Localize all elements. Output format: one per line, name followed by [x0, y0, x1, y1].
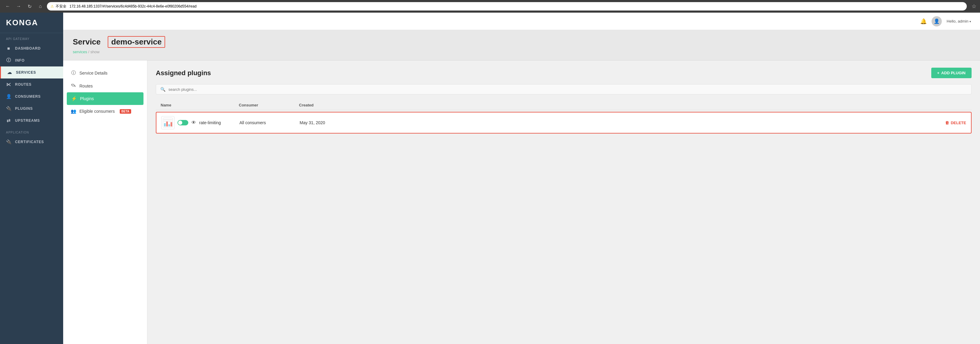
page-title-section: Service demo-service services / show — [63, 30, 980, 60]
left-nav-panel: ⓘ Service Details Routes ⚡ Plugins — [63, 60, 147, 344]
svg-rect-4 — [170, 122, 172, 126]
plugin-row: 👁 rate-limiting All consumers May 31, 20… — [156, 112, 972, 133]
security-icon: ⚠ — [51, 4, 54, 8]
plugins-header: Assigned plugins + ADD PLUGIN — [156, 68, 972, 78]
sidebar-item-info[interactable]: ⓘ INFO — [0, 54, 63, 67]
plugin-toggle[interactable] — [177, 120, 188, 125]
add-plugin-button[interactable]: + ADD PLUGIN — [931, 68, 972, 78]
sidebar-item-label: SERVICES — [16, 70, 36, 75]
page-title: Service demo-service — [73, 36, 970, 48]
address-bar[interactable]: ⚠ 不安全 172.16.48.185:1337/#!/services/6c4… — [47, 2, 967, 11]
header-user-label: Hello, admin ▾ — [947, 19, 971, 24]
sidebar-item-label: ROUTES — [15, 82, 32, 87]
routes-nav-icon — [70, 83, 76, 89]
plugins-table-header: Name Consumer Created — [156, 100, 972, 110]
content-area: 🔔 👤 Hello, admin ▾ Service demo-service … — [63, 13, 980, 344]
upstreams-icon: ⇄ — [6, 118, 11, 123]
nav-plugins[interactable]: ⚡ Plugins — [67, 92, 143, 105]
info-circle-icon: ⓘ — [70, 70, 76, 76]
nav-eligible-consumers[interactable]: 👥 Eligible consumers beta — [63, 105, 147, 117]
sidebar-item-consumers[interactable]: 👤 CONSUMERS — [0, 90, 63, 103]
main-columns: ⓘ Service Details Routes ⚡ Plugins — [63, 60, 980, 344]
info-icon: ⓘ — [6, 57, 11, 63]
svg-rect-1 — [164, 123, 165, 127]
delete-label: DELETE — [951, 120, 966, 125]
sidebar-item-label: CONSUMERS — [15, 94, 41, 98]
browser-bar: ← → ↻ ⌂ ⚠ 不安全 172.16.48.185:1337/#!/serv… — [0, 0, 980, 13]
consumers-nav-icon: 👥 — [70, 109, 76, 114]
service-name-badge: demo-service — [108, 36, 165, 48]
breadcrumb-current: show — [91, 50, 100, 54]
plugins-title: Assigned plugins — [156, 69, 211, 77]
add-plugin-icon: + — [937, 71, 940, 75]
home-button[interactable]: ⌂ — [36, 2, 45, 11]
col-name-header: Name — [161, 103, 239, 107]
bookmark-icon[interactable]: ☆ — [972, 3, 977, 10]
sidebar-item-routes[interactable]: ⋉ ROUTES — [0, 78, 63, 90]
sidebar-item-label: UPSTREAMS — [15, 119, 40, 123]
sidebar-item-dashboard[interactable]: ■ DASHBOARD — [0, 43, 63, 54]
refresh-button[interactable]: ↻ — [25, 2, 34, 11]
plugin-nav-icon: ⚡ — [71, 96, 77, 101]
certificates-icon: 🔌 — [6, 139, 11, 145]
consumers-icon: 👤 — [6, 94, 11, 99]
svg-rect-2 — [166, 122, 168, 126]
nav-label: Service Details — [80, 71, 107, 76]
plugin-icon-box — [161, 116, 175, 129]
page-title-prefix: Service — [73, 37, 101, 47]
plugin-actions: 🗑 DELETE — [360, 120, 966, 125]
dashboard-icon: ■ — [6, 46, 11, 51]
plugin-consumer: All consumers — [239, 120, 300, 125]
delete-plugin-button[interactable]: 🗑 DELETE — [945, 120, 966, 125]
plugin-cell-name: 👁 rate-limiting — [161, 116, 239, 129]
nav-label: Routes — [80, 84, 93, 89]
breadcrumb-separator: / — [88, 50, 90, 54]
col-actions-header — [359, 103, 967, 107]
back-button[interactable]: ← — [3, 2, 12, 11]
routes-icon: ⋉ — [6, 82, 11, 87]
search-input[interactable] — [169, 87, 967, 92]
avatar: 👤 — [932, 16, 942, 27]
sidebar-logo: KONGA — [0, 13, 63, 33]
search-bar[interactable]: 🔍 — [156, 84, 972, 94]
notification-bell-icon[interactable]: 🔔 — [920, 18, 927, 25]
top-header: 🔔 👤 Hello, admin ▾ — [63, 13, 980, 30]
user-dropdown-icon[interactable]: ▾ — [969, 20, 971, 23]
section-api-gateway-label: API GATEWAY — [0, 33, 63, 43]
nav-service-details[interactable]: ⓘ Service Details — [63, 67, 147, 79]
nav-routes[interactable]: Routes — [63, 79, 147, 92]
breadcrumb: services / show — [73, 50, 970, 54]
plugin-created: May 31, 2020 — [300, 120, 360, 125]
sidebar-item-plugins[interactable]: 🔌 PLUGINS — [0, 103, 63, 114]
nav-label: Eligible consumers — [80, 109, 115, 114]
plugin-name: rate-limiting — [199, 120, 221, 125]
forward-button[interactable]: → — [14, 2, 23, 11]
plugins-icon: 🔌 — [6, 106, 11, 111]
right-panel: Assigned plugins + ADD PLUGIN 🔍 Name Con… — [147, 60, 980, 344]
col-created-header: Created — [299, 103, 359, 107]
url-text: 不安全 172.16.48.185:1337/#!/services/6c4d4… — [56, 4, 196, 9]
breadcrumb-services-link[interactable]: services — [73, 50, 87, 54]
add-plugin-label: ADD PLUGIN — [941, 71, 966, 75]
beta-badge: beta — [120, 109, 131, 114]
browser-actions: ☆ — [972, 3, 977, 10]
svg-rect-3 — [169, 124, 170, 126]
plugin-eye-icon[interactable]: 👁 — [191, 120, 196, 125]
sidebar-item-certificates[interactable]: 🔌 CERTIFICATES — [0, 136, 63, 148]
sidebar-item-label: INFO — [15, 58, 25, 63]
col-consumer-header: Consumer — [239, 103, 299, 107]
services-icon: ☁ — [7, 70, 12, 75]
section-application-label: APPLICATION — [0, 127, 63, 136]
sidebar-item-label: DASHBOARD — [15, 46, 41, 51]
search-icon: 🔍 — [160, 87, 165, 92]
sidebar: KONGA API GATEWAY ■ DASHBOARD ⓘ INFO ☁ S… — [0, 13, 63, 344]
sidebar-item-label: PLUGINS — [15, 106, 33, 111]
nav-label: Plugins — [80, 96, 94, 101]
delete-icon: 🗑 — [945, 120, 949, 125]
sidebar-item-label: CERTIFICATES — [15, 140, 44, 144]
sidebar-item-services[interactable]: ☁ SERVICES — [0, 67, 63, 78]
sidebar-item-upstreams[interactable]: ⇄ UPSTREAMS — [0, 114, 63, 127]
app-layout: KONGA API GATEWAY ■ DASHBOARD ⓘ INFO ☁ S… — [0, 13, 980, 344]
